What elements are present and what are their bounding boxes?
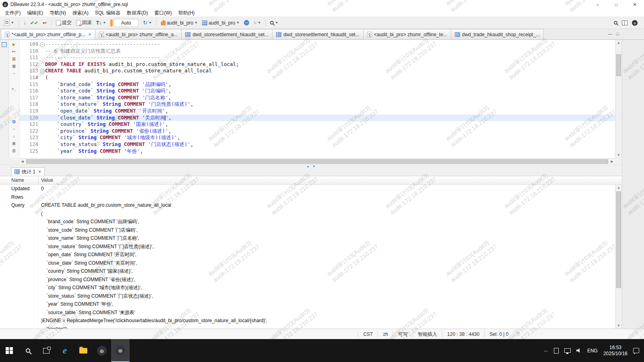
action-center-icon[interactable] [633, 348, 639, 353]
code-line[interactable]: 117 `store_name` String COMMENT '门店名称', [19, 95, 615, 101]
commit-button[interactable]: 提交 [54, 19, 73, 27]
maximize-editor-icon[interactable]: □ [616, 31, 619, 36]
code-line[interactable]: 118 `store_nature` String COMMENT '门店性质(… [19, 101, 615, 108]
code-line[interactable]: 112DROP TABLE IF EXISTS audit_bi_pro.cus… [19, 61, 615, 68]
status-segment[interactable]: zh [378, 331, 393, 338]
new-sql-editor-button[interactable]: ▼ [2, 19, 16, 27]
fold-marker[interactable] [39, 41, 45, 48]
hidden-icons-chevron[interactable]: ︿ [544, 348, 548, 354]
editor-tab[interactable]: dwd_storesettlement_hkaudit_set... [272, 29, 363, 39]
code-line[interactable]: 121 `country` String COMMENT '国家(描述)', [19, 121, 615, 128]
refresh-button[interactable]: ↻▼ [141, 19, 153, 27]
collapse-down-icon[interactable]: ▼ [313, 165, 316, 168]
scrollbar-thumb[interactable] [616, 191, 621, 288]
execute-new-tab-icon[interactable]: ▤ [12, 56, 15, 62]
minimize-button[interactable]: – [588, 0, 607, 9]
scrollbar-thumb[interactable] [616, 54, 621, 76]
code-line[interactable]: 125 `year` String COMMENT '年份', [19, 148, 615, 155]
execute-script-icon[interactable]: ▶▶ [12, 49, 15, 54]
code-line[interactable]: 122 `province` String COMMENT '省份(描述)', [19, 128, 615, 135]
status-segment[interactable]: 120 : 38 : 4430 [442, 331, 484, 338]
close-button[interactable]: ✕ [625, 0, 644, 9]
status-segment[interactable]: Sel: 0 | 0 [484, 331, 513, 338]
dbeaver-taskbar-button[interactable] [93, 339, 111, 362]
code-line[interactable]: 113CREATE TABLE audit_bi_pro.custom_stor… [19, 68, 615, 74]
rollback-icon-button[interactable]: ↩ [41, 19, 48, 27]
menu-item[interactable]: 导航(N) [46, 9, 69, 17]
code-line[interactable]: 119 `open_date` String COMMENT '开店时间', [19, 108, 615, 115]
dbeaver-taskbar-button-active[interactable] [111, 339, 130, 362]
explain-plan-icon[interactable]: ▦ [12, 64, 15, 69]
status-segment[interactable]: 智能插入 [413, 331, 442, 338]
overflow-dots-icon[interactable]: ⋯ [12, 126, 15, 132]
scroll-down-icon[interactable]: ▼ [615, 152, 622, 158]
status-segment[interactable]: 可写 [393, 331, 413, 338]
close-tab-icon[interactable]: ✕ [87, 33, 91, 37]
editor-tab[interactable]: <audit_bi_pro> zhumr_offline_te... [363, 29, 451, 39]
execute-statement-icon[interactable]: ▶ [12, 42, 15, 47]
clock[interactable]: 16:53 2025/10/16 [603, 345, 627, 357]
database-selector[interactable]: audit_bi_pro▼ [159, 19, 199, 27]
volume-icon[interactable] [576, 348, 582, 353]
menu-item[interactable]: 编辑(E) [24, 9, 46, 17]
code-line[interactable]: 114( [19, 74, 615, 81]
editor-tab[interactable]: <audit_bi_pro> zhumr_offline_a... [95, 29, 182, 39]
file-explorer-button[interactable] [74, 339, 93, 362]
value-column-header[interactable]: Value [39, 176, 622, 184]
code-line[interactable]: 116 `store_code` String COMMENT '门店编码', [19, 88, 615, 95]
taskbar-search-button[interactable] [19, 339, 37, 362]
code-line[interactable]: 111-------------------------------------… [19, 54, 615, 61]
perspective-button[interactable] [620, 20, 629, 26]
task-button[interactable]: ⑂▼ [252, 19, 262, 27]
schema-selector[interactable]: audit_bi_pro▼ [200, 19, 241, 27]
close-tab-icon[interactable]: ✕ [37, 170, 41, 174]
menu-item[interactable]: 帮助(H) [175, 9, 198, 17]
code-line[interactable]: 123 `city` String COMMENT '城市(地级市)(描述)', [19, 134, 615, 141]
start-button[interactable] [0, 339, 19, 362]
collapse-up-icon[interactable]: ▲ [307, 165, 310, 168]
database-connection-icon[interactable]: ▥ [12, 148, 15, 153]
settings-icon[interactable]: ⚙ [12, 119, 15, 124]
open-console-icon[interactable]: >_ [12, 86, 16, 92]
code-line[interactable]: 109-------------------------------------… [19, 41, 615, 48]
scroll-down-icon[interactable]: ▼ [615, 323, 622, 329]
task-view-button[interactable] [37, 339, 56, 362]
quick-search-button[interactable] [612, 20, 619, 25]
menu-item[interactable]: 窗口(W) [151, 9, 175, 17]
stats-tab[interactable]: 统计 1 ✕ [11, 167, 45, 176]
editor-tab[interactable]: *<audit_bi_pro> zhumr_offline_p...✕ [1, 29, 95, 39]
editor-tab[interactable]: dwd_trade_hkaudit_shop_receipt_... [451, 29, 544, 39]
search-menu-button[interactable]: ▼ [268, 20, 280, 25]
language-indicator[interactable]: ENG [587, 348, 598, 354]
sql-editor[interactable]: 109-------------------------------------… [19, 40, 615, 158]
scrollbar-thumb[interactable] [26, 159, 608, 164]
commit-icon-button[interactable]: ✔✔ [29, 19, 40, 27]
menu-item[interactable]: 文件(F) [2, 9, 24, 17]
editor-tab[interactable]: dwd_storesettlement_hkaudit_set... [181, 29, 272, 39]
code-line[interactable]: 124 `store_status` String COMMENT '门店状态(… [19, 141, 615, 148]
fold-marker[interactable] [39, 68, 45, 74]
restore-view-icon[interactable] [2, 42, 7, 47]
fetch-button[interactable]: ↓ [22, 19, 27, 27]
menu-item[interactable]: 搜索(A) [69, 9, 92, 17]
rollback-button[interactable]: 回滚 [74, 19, 93, 27]
scroll-left-icon[interactable]: ◀ [19, 158, 25, 165]
code-line[interactable]: 115 `brand_code` String COMMENT '品牌编码', [19, 81, 615, 88]
scroll-up-icon[interactable]: ▲ [615, 185, 622, 191]
save-file-icon[interactable]: ▣ [12, 141, 15, 146]
code-line[interactable]: 120 `close_date` String COMMENT '关店时间', [19, 115, 615, 121]
status-segment[interactable]: CST [358, 331, 378, 338]
scroll-right-icon[interactable]: ▶ [609, 158, 615, 165]
network-profile-button[interactable] [242, 19, 251, 26]
ime-tray-icon[interactable] [554, 348, 559, 354]
network-icon[interactable] [564, 348, 571, 353]
code-line[interactable]: 110-- 6 创建自定义门店性质汇总表 [19, 48, 615, 55]
editor-vertical-scrollbar[interactable]: ▲ ▼ [615, 40, 622, 158]
name-column-header[interactable]: Name [0, 176, 39, 184]
maximize-button[interactable]: □ [607, 0, 625, 9]
stats-row[interactable]: QueryCREATE TABLE audit_bi_pro.custom_st… [0, 201, 615, 329]
overflow-dots-icon[interactable]: ⋯ [12, 71, 15, 76]
menu-item[interactable]: 数据库(D) [124, 9, 151, 17]
minimize-editor-icon[interactable]: — [608, 31, 612, 36]
stats-row[interactable]: Updated Rows0 [0, 185, 615, 201]
